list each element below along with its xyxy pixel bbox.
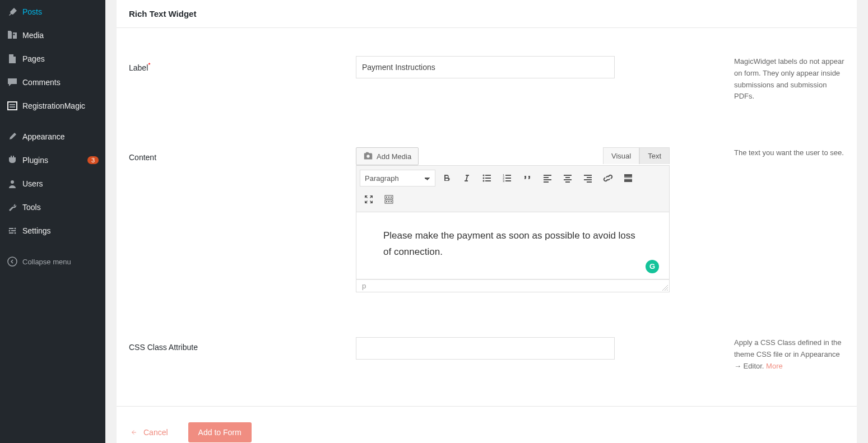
menu-label: Plugins bbox=[22, 156, 84, 165]
add-to-form-button[interactable]: Add to Form bbox=[188, 422, 252, 442]
grammarly-icon[interactable]: G bbox=[646, 260, 659, 273]
svg-point-7 bbox=[8, 257, 17, 266]
sidebar-item-registrationmagic[interactable]: RegistrationMagic bbox=[0, 94, 105, 118]
svg-rect-31 bbox=[587, 181, 592, 183]
label-row: Label* MagicWidget labels do not appear … bbox=[117, 56, 857, 102]
main-content: Rich Text Widget Label* MagicWidget labe… bbox=[105, 0, 868, 443]
readmore-button[interactable] bbox=[619, 169, 637, 187]
svg-point-8 bbox=[483, 175, 485, 176]
admin-sidebar: Posts Media Pages Comments RegistrationM… bbox=[0, 0, 105, 443]
bold-button[interactable] bbox=[438, 169, 456, 187]
numbered-list-button[interactable]: 123 bbox=[498, 169, 516, 187]
tab-visual[interactable]: Visual bbox=[603, 147, 639, 164]
svg-rect-42 bbox=[391, 201, 392, 202]
settings-icon bbox=[7, 225, 18, 236]
wrench-icon bbox=[7, 202, 18, 213]
svg-point-12 bbox=[483, 180, 485, 182]
svg-rect-38 bbox=[391, 197, 392, 198]
menu-label: Tools bbox=[22, 203, 99, 212]
align-center-button[interactable] bbox=[559, 169, 577, 187]
css-class-input[interactable] bbox=[356, 337, 615, 360]
rich-text-editor: Add Media Visual Text Paragraph bbox=[356, 147, 670, 292]
form-actions: Cancel Add to Form bbox=[117, 422, 857, 443]
sidebar-item-media[interactable]: Media bbox=[0, 24, 105, 47]
pin-icon bbox=[7, 6, 18, 17]
sidebar-item-settings[interactable]: Settings bbox=[0, 219, 105, 243]
svg-rect-9 bbox=[485, 175, 491, 176]
svg-rect-32 bbox=[624, 174, 632, 177]
svg-rect-0 bbox=[8, 102, 17, 110]
menu-label: Appearance bbox=[22, 132, 99, 141]
italic-button[interactable] bbox=[458, 169, 476, 187]
svg-rect-36 bbox=[386, 197, 387, 198]
page-title: Rich Text Widget bbox=[117, 0, 857, 27]
svg-point-4 bbox=[15, 228, 16, 230]
label-help-text: MagicWidget labels do not appear on form… bbox=[670, 56, 844, 102]
resize-handle-icon[interactable] bbox=[662, 285, 668, 291]
align-right-button[interactable] bbox=[579, 169, 597, 187]
css-help-text: Apply a CSS Class defined in the theme C… bbox=[670, 337, 844, 372]
svg-rect-33 bbox=[624, 178, 632, 178]
menu-separator bbox=[0, 243, 105, 250]
menu-label: RegistrationMagic bbox=[22, 101, 99, 110]
fullscreen-button[interactable] bbox=[360, 190, 378, 208]
toolbar-toggle-button[interactable] bbox=[380, 190, 398, 208]
svg-rect-28 bbox=[584, 175, 592, 176]
svg-rect-15 bbox=[505, 175, 511, 176]
page-icon bbox=[7, 53, 18, 64]
media-icon bbox=[7, 30, 18, 41]
css-row: CSS Class Attribute Apply a CSS Class de… bbox=[117, 337, 857, 372]
sidebar-item-posts[interactable]: Posts bbox=[0, 0, 105, 24]
svg-point-6 bbox=[15, 232, 16, 234]
svg-rect-40 bbox=[386, 201, 387, 202]
plugin-icon bbox=[7, 155, 18, 166]
menu-label: Settings bbox=[22, 226, 99, 235]
content-row: Content Add Media Visual Text bbox=[117, 147, 857, 292]
collapse-menu-button[interactable]: Collapse menu bbox=[0, 250, 105, 273]
svg-rect-30 bbox=[584, 179, 592, 180]
svg-rect-19 bbox=[505, 180, 511, 181]
editor-content-area[interactable]: Please make the payment as soon as possi… bbox=[356, 212, 670, 279]
label-input[interactable] bbox=[356, 56, 615, 78]
sidebar-item-appearance[interactable]: Appearance bbox=[0, 125, 105, 148]
format-select[interactable]: Paragraph bbox=[360, 170, 435, 186]
menu-label: Pages bbox=[22, 54, 99, 63]
menu-label: Posts bbox=[22, 7, 99, 16]
editor-toolbar: Paragraph 123 bbox=[356, 165, 670, 212]
svg-rect-23 bbox=[544, 181, 549, 183]
update-badge: 3 bbox=[87, 156, 99, 164]
more-link[interactable]: More bbox=[766, 362, 783, 370]
tab-text[interactable]: Text bbox=[639, 147, 670, 164]
collapse-icon bbox=[7, 256, 18, 267]
cancel-button[interactable]: Cancel bbox=[129, 428, 168, 437]
sidebar-item-users[interactable]: Users bbox=[0, 172, 105, 195]
svg-rect-25 bbox=[565, 177, 570, 178]
menu-separator bbox=[0, 118, 105, 125]
sidebar-item-plugins[interactable]: Plugins 3 bbox=[0, 148, 105, 172]
svg-rect-11 bbox=[485, 178, 491, 179]
sidebar-item-comments[interactable]: Comments bbox=[0, 71, 105, 94]
align-left-button[interactable] bbox=[539, 169, 556, 187]
required-indicator: * bbox=[148, 62, 150, 68]
svg-text:3: 3 bbox=[503, 179, 505, 183]
form-icon bbox=[7, 100, 18, 111]
menu-label: Comments bbox=[22, 78, 99, 87]
svg-rect-34 bbox=[624, 179, 632, 182]
divider bbox=[117, 406, 857, 407]
brush-icon bbox=[7, 131, 18, 142]
divider bbox=[117, 27, 857, 28]
svg-rect-26 bbox=[564, 179, 572, 180]
quote-button[interactable] bbox=[518, 169, 536, 187]
link-button[interactable] bbox=[599, 169, 617, 187]
menu-label: Media bbox=[22, 31, 99, 40]
svg-rect-29 bbox=[587, 177, 592, 178]
content-field-label: Content bbox=[129, 147, 356, 162]
element-path[interactable]: p bbox=[362, 282, 366, 290]
sidebar-item-pages[interactable]: Pages bbox=[0, 47, 105, 71]
svg-point-3 bbox=[11, 180, 14, 184]
add-media-button[interactable]: Add Media bbox=[356, 147, 419, 165]
sidebar-item-tools[interactable]: Tools bbox=[0, 195, 105, 219]
bullet-list-button[interactable] bbox=[478, 169, 496, 187]
editor-status-bar: p bbox=[356, 279, 670, 292]
arrow-left-icon bbox=[129, 429, 138, 436]
